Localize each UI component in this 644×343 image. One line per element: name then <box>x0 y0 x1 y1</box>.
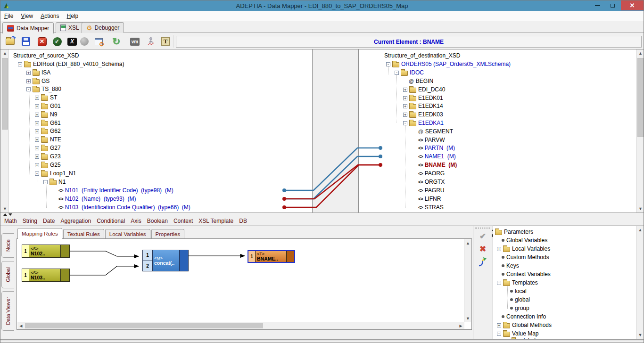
minimize-button[interactable] <box>591 0 604 10</box>
tree-item-connection-info[interactable]: Connection Info <box>502 312 546 321</box>
tree-item-bname[interactable]: <>BNAME (M) <box>418 161 457 169</box>
tree-item-context-variables[interactable]: Context Variables <box>502 270 551 278</box>
vm-button[interactable]: vm <box>129 36 140 47</box>
auto-map-arrow-icon[interactable] <box>477 256 488 268</box>
tree-item-begin[interactable]: @BEGIN <box>409 77 433 85</box>
scroll-down-icon[interactable]: ▼ <box>1 205 9 212</box>
discard-cross-icon[interactable]: ✖ <box>477 243 488 254</box>
properties-button[interactable] <box>93 36 104 47</box>
tree-item-local-variables[interactable]: +Local Variables <box>497 245 550 253</box>
mapping-rules-canvas[interactable]: 1 <S>N102.. 1 <S>N103.. 1 2 <M>concat(..… <box>17 238 472 330</box>
collapse-icon[interactable]: - <box>386 62 390 66</box>
tree-item-templates-group[interactable]: group <box>510 304 529 312</box>
collapse-icon[interactable]: - <box>497 332 501 336</box>
validate-button[interactable]: ✓ <box>51 36 63 47</box>
tree-item-n103[interactable]: <>N103 (Identification Code Qualifier) (… <box>58 203 190 212</box>
collapse-icon[interactable]: - <box>497 281 501 285</box>
tab-textual-rules[interactable]: Textual Rules <box>63 229 104 239</box>
scroll-up-icon[interactable]: ▲ <box>636 49 644 57</box>
menu-file[interactable]: File <box>4 13 13 19</box>
expand-icon[interactable]: + <box>35 113 39 117</box>
func-db[interactable]: DB <box>239 218 247 224</box>
scroll-up-icon[interactable]: ▲ <box>464 239 471 247</box>
func-aggregation[interactable]: Aggregation <box>60 218 91 224</box>
tree-item-g23[interactable]: +G23 <box>35 152 61 161</box>
tab-mapping-rules[interactable]: Mapping Rules <box>17 228 62 239</box>
expand-icon[interactable]: + <box>403 113 407 117</box>
tab-data-mapper[interactable]: Data Mapper <box>2 22 54 33</box>
func-context[interactable]: Context <box>173 218 193 224</box>
tree-item-global-methods[interactable]: +Global Methods <box>497 321 552 329</box>
expand-icon[interactable]: + <box>35 121 39 125</box>
tree-item-e1edk01[interactable]: +E1EDK01 <box>403 94 443 102</box>
tree-item-e1edk03[interactable]: +E1EDK03 <box>403 110 443 119</box>
tree-item-ediroot[interactable]: -EDIRoot (EDI_880_v4010_Schema) <box>18 60 124 68</box>
tab-xsl[interactable]: XSL <box>56 22 84 33</box>
delete-rule-button[interactable]: ✕ <box>36 36 48 47</box>
scroll-down-icon[interactable]: ▼ <box>636 331 644 339</box>
source-node-n103[interactable]: 1 <S>N103.. <box>22 269 70 282</box>
menu-view[interactable]: View <box>21 13 33 19</box>
tree-item-nte[interactable]: +NTE <box>35 135 61 144</box>
func-axis[interactable]: Axis <box>131 218 141 224</box>
scroll-down-icon[interactable]: ▼ <box>636 205 644 212</box>
strip-handle[interactable] <box>475 228 490 229</box>
menu-help[interactable]: Help <box>67 13 79 19</box>
tree-item-paorg[interactable]: <>PAORG <box>418 169 445 178</box>
tree-item-name1[interactable]: <>NAME1 (M) <box>418 152 456 161</box>
expand-icon[interactable]: + <box>403 104 407 108</box>
splitter-down-icon[interactable] <box>8 213 12 216</box>
scroll-thumb[interactable] <box>637 58 644 137</box>
tree-item-edi-dc40[interactable]: +EDI_DC40 <box>403 85 445 94</box>
func-conditional[interactable]: Conditional <box>97 218 125 224</box>
target-node-bname[interactable]: 1 <T>BNAME.. <box>248 250 295 263</box>
func-string[interactable]: String <box>23 218 37 224</box>
tree-item-g61[interactable]: +G61 <box>35 119 61 127</box>
tree-item-templates-global[interactable]: global <box>510 295 530 304</box>
func-math[interactable]: Math <box>4 218 17 224</box>
function-node-concat[interactable]: 1 2 <M>concat(.. <box>142 250 189 271</box>
scroll-left-icon[interactable]: ◄ <box>17 322 25 329</box>
parameters-scrollbar[interactable]: ▲ ▼ <box>636 226 644 339</box>
tree-item-global-variables[interactable]: Global Variables <box>502 236 547 245</box>
open-map-button[interactable] <box>4 36 16 47</box>
func-boolean[interactable]: Boolean <box>147 218 168 224</box>
tree-item-g01[interactable]: +G01 <box>35 102 61 110</box>
tree-item-ts880[interactable]: -TS_880 <box>26 85 61 93</box>
close-button[interactable]: ✕ <box>621 0 644 10</box>
side-tab-data-viewer[interactable]: Data Viewer <box>1 291 14 331</box>
tree-item-lifnr[interactable]: <>LIFNR <box>418 195 441 203</box>
expand-icon[interactable]: + <box>497 323 501 327</box>
tree-item-e1edk14[interactable]: +E1EDK14 <box>403 102 443 110</box>
canvas-vertical-scrollbar[interactable]: ▲ ▼ <box>464 239 471 322</box>
collapse-icon[interactable]: - <box>18 62 22 66</box>
expand-icon[interactable]: + <box>35 104 39 108</box>
tree-item-templates-local[interactable]: local <box>510 287 527 295</box>
tab-properties[interactable]: Properties <box>151 229 184 239</box>
func-date[interactable]: Date <box>43 218 55 224</box>
pane-splitter[interactable] <box>0 212 644 216</box>
tree-item-parameters[interactable]: Parameters <box>495 228 533 236</box>
side-tab-node[interactable]: Node <box>1 233 14 258</box>
tree-item-custom-methods[interactable]: Custom Methods <box>502 253 549 261</box>
tree-item-n101[interactable]: <>N101 (Entity Identifier Code) (type98)… <box>58 186 173 195</box>
tree-item-idoc[interactable]: -IDOC <box>395 68 424 77</box>
tab-debugger[interactable]: ⚙ Debugger <box>82 22 124 33</box>
tree-item-g62[interactable]: +G62 <box>35 127 61 135</box>
expand-icon[interactable]: + <box>35 163 39 167</box>
splitter-up-icon[interactable] <box>3 213 7 216</box>
expand-icon[interactable]: + <box>26 79 31 83</box>
expand-icon[interactable]: + <box>35 146 39 150</box>
expand-icon[interactable]: + <box>403 96 407 100</box>
collapse-icon[interactable]: - <box>403 121 407 125</box>
menu-actions[interactable]: Actions <box>41 13 59 19</box>
collapse-icon[interactable]: - <box>26 87 31 91</box>
tree-item-g25[interactable]: +G25 <box>35 161 61 169</box>
refresh-button[interactable]: ↻ <box>111 36 122 47</box>
expand-icon[interactable]: + <box>497 247 501 251</box>
expand-icon[interactable]: + <box>403 88 407 92</box>
tree-item-loop1-n1[interactable]: -Loop1_N1 <box>35 169 76 178</box>
collapse-icon[interactable]: - <box>395 71 399 75</box>
scroll-up-icon[interactable]: ▲ <box>636 226 644 234</box>
save-button[interactable] <box>20 36 32 47</box>
